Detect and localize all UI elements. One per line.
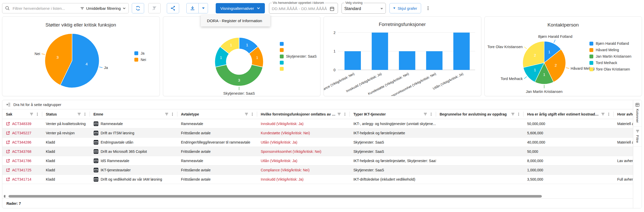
table-row[interactable]: ACT348339Venter på kvalitetssikringRamme… (2, 119, 633, 128)
column-menu-icon[interactable] (250, 112, 254, 116)
sak-id[interactable]: ACT348339 (12, 122, 31, 126)
download-button[interactable] (186, 3, 199, 13)
legend-item[interactable] (280, 67, 317, 71)
legend-item[interactable] (280, 61, 317, 65)
column-menu-icon[interactable] (607, 112, 611, 116)
column-filter-icon[interactable] (77, 112, 81, 116)
cell-sak[interactable]: ACT343768 (2, 147, 42, 156)
refresh-button[interactable] (132, 3, 144, 13)
column-filter-icon[interactable] (511, 112, 515, 116)
column-header-hvilke[interactable]: Hvilke forretningsfunksjoner omfattes av… (257, 109, 350, 119)
cell-sak[interactable]: ACT341714 (2, 175, 42, 184)
download-options-button[interactable] (199, 3, 208, 13)
cell-begrunnelse (436, 147, 524, 156)
legend-item[interactable] (280, 42, 317, 46)
column-header-hvor[interactable]: Hvor avhe (614, 109, 633, 119)
toolbar-more-button[interactable] (424, 3, 432, 13)
cell-emne: Endringsavtale utlån (90, 138, 177, 147)
cell-sak[interactable]: ACT344286 (2, 138, 42, 147)
legend-item[interactable] (280, 48, 317, 52)
legend-swatch (280, 67, 284, 71)
sak-id[interactable]: ACT341725 (12, 168, 31, 172)
share-button[interactable] (167, 3, 179, 13)
external-link-icon (6, 159, 10, 163)
legend-item[interactable]: Tore Olav Kristiansen (589, 67, 631, 71)
view-options-button[interactable]: Visningsalternativer (216, 3, 265, 13)
emne-text: Rammeavtale (101, 122, 123, 126)
hide-charts-button[interactable]: Skjul grafer (389, 3, 421, 13)
sak-id[interactable]: ACT341786 (12, 159, 31, 163)
calendar-icon[interactable] (329, 6, 335, 11)
table-row[interactable]: ACT341714KladdDrift og vedlikehold av vå… (2, 175, 633, 184)
legend-item[interactable]: Jan Martin Kristiansen (589, 54, 631, 58)
download-icon (190, 5, 195, 11)
cell-sak[interactable]: ACT341725 (2, 165, 42, 174)
column-menu-icon[interactable] (429, 112, 433, 116)
cell-sak[interactable]: ACT348339 (2, 119, 42, 128)
date-range-field[interactable]: Vis henvendelser opprettet i tidsrom DD.… (269, 2, 338, 14)
column-menu-icon[interactable] (36, 112, 39, 116)
column-header-emne[interactable]: Emne (90, 109, 177, 119)
view-select-field[interactable]: Velg visning Standard (342, 2, 386, 14)
legend-item[interactable]: Bjørn Harald Fotland (589, 41, 631, 46)
menu-item-dora[interactable]: DORA - Register of Information (207, 19, 262, 23)
view-select[interactable]: Standard (344, 6, 383, 11)
column-menu-icon[interactable] (171, 112, 174, 116)
date-range-placeholder[interactable]: DD.MM.ÅÅÅÅ - DD.MM.ÅÅÅÅ (272, 6, 327, 11)
column-header-typer[interactable]: Typer IKT-tjenester (350, 109, 436, 119)
chart-card-kontaktperson: Kontaktperson1Bjørn Harald Fotland2Håvar… (484, 16, 642, 96)
search-box[interactable]: Umiddelbar filtrering (2, 3, 129, 13)
column-header-sak[interactable]: Sak (2, 109, 42, 119)
side-tab-filters[interactable]: Filtre (633, 127, 642, 147)
cell-begrunnelse (436, 128, 524, 137)
legend-item[interactable]: Håvard Meling (589, 48, 631, 52)
cell-kostnad: 1,000,000 (524, 165, 614, 174)
table-row[interactable]: ACT341786KladdIdS RammeavtaleRammeavtale… (2, 156, 633, 165)
horizontal-scrollbar-thumb[interactable] (8, 195, 542, 198)
table-row[interactable]: ACT341725KladdIKT-tjenesteavtalerFrittst… (2, 165, 633, 175)
external-link-icon (6, 122, 10, 126)
search-input[interactable] (12, 6, 80, 11)
clear-filter-button[interactable] (148, 3, 161, 13)
instant-filter-dropdown[interactable]: Umiddelbar filtrering (80, 6, 126, 11)
table-row[interactable]: ACT345227Venter på revisjonDrift av ITSM… (2, 128, 633, 138)
cell-status: Kladd (42, 156, 90, 165)
cell-sak[interactable]: ACT345227 (2, 128, 42, 137)
column-menu-icon[interactable] (517, 112, 520, 116)
side-tab-columns[interactable]: Kolonner (633, 100, 642, 127)
sak-id[interactable]: ACT341714 (12, 177, 31, 181)
column-header-avtaletype[interactable]: Avtaletype (177, 109, 257, 119)
column-filter-icon[interactable] (245, 112, 248, 116)
column-header-status[interactable]: Status (42, 109, 90, 119)
column-filter-icon[interactable] (337, 112, 341, 116)
svg-text:1: 1 (548, 50, 550, 54)
horizontal-scrollbar[interactable] (2, 194, 633, 198)
legend-swatch (134, 51, 138, 55)
column-filter-icon[interactable] (423, 112, 427, 116)
column-header-begrunnelse[interactable]: Begrunnelse for avslutning av oppdrag (436, 109, 524, 119)
cell-emne: IdS Rammeavtale (90, 156, 177, 165)
chart-card-ikt-tjenester-donut: 113Skytjenester: SaaS11Skytjenester: Saa… (163, 16, 321, 96)
cell-emne: Drift og vedlikehold av vår IAM løsning (90, 175, 177, 184)
row-group-dropzone[interactable]: Dra hit for å sette radgrupper (2, 100, 633, 109)
sak-id[interactable]: ACT343768 (12, 149, 31, 154)
horizontal-scrollbar-left-nub[interactable] (4, 195, 5, 198)
sak-id[interactable]: ACT345227 (12, 131, 31, 135)
svg-text:1: 1 (334, 49, 336, 53)
view-select-label: Velg visning (344, 2, 364, 4)
table-row[interactable]: ACT343768KladdDrift av Microsoft 365 Cop… (2, 147, 633, 156)
sak-id[interactable]: ACT344286 (12, 140, 31, 144)
column-filter-icon[interactable] (30, 112, 33, 116)
column-filter-icon[interactable] (165, 112, 169, 116)
column-filter-icon[interactable] (601, 112, 605, 116)
legend-item[interactable]: Nei (134, 58, 146, 62)
share-icon (170, 5, 176, 11)
cell-sak[interactable]: ACT341786 (2, 156, 42, 165)
column-menu-icon[interactable] (343, 112, 347, 116)
legend-item[interactable]: Ja (134, 51, 146, 55)
column-header-hva[interactable]: Hva er årlig utgift eller estimert kostn… (524, 109, 614, 119)
column-menu-icon[interactable] (83, 112, 87, 116)
table-row[interactable]: ACT344286KladdEndringsavtale utlånEndrin… (2, 138, 633, 147)
legend-item[interactable]: Skytjenester: SaaS (280, 54, 317, 58)
legend-item[interactable]: Tord Meihack (589, 61, 631, 65)
